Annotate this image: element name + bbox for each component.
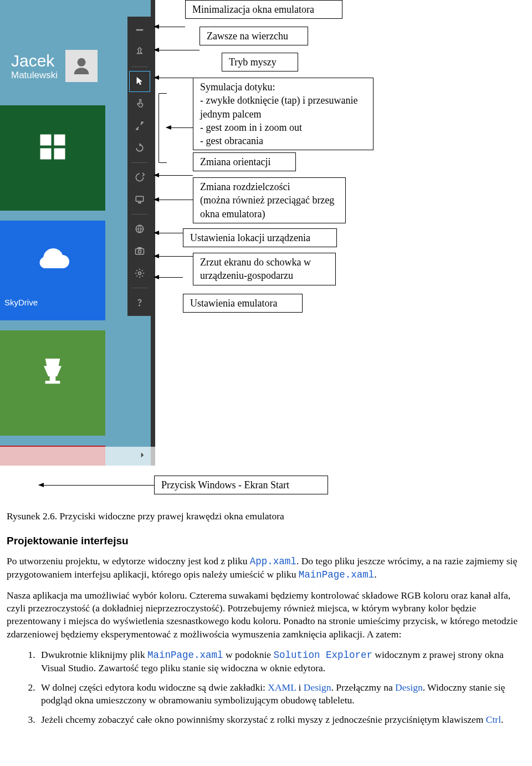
code-app-xaml: App.xaml	[250, 556, 296, 567]
resolution-button[interactable]	[130, 190, 150, 210]
arrow	[154, 50, 200, 50]
callout-winkey: Przycisk Windows - Ekran Start	[154, 476, 328, 494]
callout-screenshot: Zrzut ekranu do schowka w urządzeniu-gos…	[193, 253, 336, 285]
tile-store[interactable]	[0, 105, 105, 211]
tile-games[interactable]	[0, 330, 105, 436]
arrow	[154, 256, 193, 257]
tap-gesture-button[interactable]	[130, 94, 150, 114]
orientation-button[interactable]	[130, 167, 150, 187]
user-block: Jacek Matulewski	[11, 50, 122, 82]
arrow	[154, 27, 185, 27]
text: Dwukrotnie kliknijmy plik	[41, 649, 147, 660]
solution-explorer: Solution Explorer	[273, 650, 372, 661]
paragraph-1: Po utworzeniu projektu, w edytorze widoc…	[7, 555, 525, 581]
avatar	[65, 50, 98, 82]
mouse-mode-button[interactable]	[130, 72, 150, 91]
svg-rect-3	[139, 202, 141, 203]
callout-minimize: Minimalizacja okna emulatora	[185, 0, 342, 19]
section-heading: Projektowanie interfejsu	[7, 535, 525, 547]
rotate-gesture-button[interactable]	[130, 138, 150, 158]
minimize-button[interactable]	[130, 20, 150, 40]
username: Jacek Matulewski	[11, 53, 58, 80]
key-ctrl: Ctrl	[486, 714, 501, 725]
code-mainpage-xaml: MainPage.xaml	[299, 569, 375, 580]
arrow	[154, 277, 183, 278]
callout-settings: Ustawienia emulatora	[183, 294, 303, 313]
step-3: Jeżeli chcemy zobaczyć całe okno powinni…	[38, 713, 525, 726]
tab-design-2: Design	[395, 682, 423, 693]
callout-mouse: Tryb myszy	[222, 53, 298, 72]
svg-rect-2	[136, 196, 143, 201]
text: W dolnej części edytora kodu widoczne są…	[41, 682, 268, 693]
callout-winkey-wrap: Przycisk Windows - Ekran Start	[39, 476, 328, 494]
svg-rect-5	[136, 249, 144, 254]
text: i	[296, 682, 304, 693]
callout-loc: Ustawienia lokacji urządzenia	[183, 228, 337, 247]
text: .	[374, 569, 376, 580]
steps-list: Dwukrotnie kliknijmy plik MainPage.xaml …	[38, 648, 525, 726]
text: . Przełączmy na	[331, 682, 395, 693]
help-button[interactable]	[130, 293, 150, 313]
step-2: W dolnej części edytora kodu widoczne są…	[38, 681, 525, 707]
svg-point-6	[138, 250, 141, 253]
emulator-footer	[0, 447, 155, 466]
tile-skydrive[interactable]: SkyDrive	[0, 221, 105, 320]
arrow	[39, 485, 154, 486]
arrow	[154, 200, 193, 200]
emulator-toolbar	[127, 17, 152, 316]
svg-rect-7	[138, 247, 142, 249]
tiles: SkyDrive	[0, 105, 105, 466]
paragraph-2: Nasza aplikacja ma umożliwiać wybór kolo…	[7, 589, 525, 640]
callout-topmost: Zawsze na wierzchu	[200, 27, 308, 45]
content: Rysunek 2.6. Przyciski widoczne przy pra…	[0, 510, 532, 749]
svg-point-8	[139, 272, 141, 275]
text: w podoknie	[223, 649, 274, 660]
user-first: Jacek	[11, 52, 54, 70]
text: .	[501, 714, 503, 725]
arrow	[154, 233, 183, 233]
figure-caption: Rysunek 2.6. Przyciski widoczne przy pra…	[7, 510, 525, 523]
tile-label: SkyDrive	[0, 295, 105, 310]
tab-design: Design	[304, 682, 331, 693]
chevron-right-icon	[137, 450, 147, 463]
arrow	[166, 127, 193, 128]
pin-button[interactable]	[130, 42, 150, 62]
location-button[interactable]	[130, 219, 150, 239]
callout-orient: Zmiana orientacji	[193, 152, 296, 171]
emulator-figure: Jacek Matulewski SkyDrive	[0, 0, 532, 499]
text: Po utworzeniu projektu, w edytorze widoc…	[7, 555, 250, 566]
svg-point-9	[139, 305, 140, 306]
tab-xaml: XAML	[268, 682, 296, 693]
callout-touch: Symulacja dotyku: - zwykłe dotknięcie (t…	[193, 78, 374, 150]
step-1: Dwukrotnie kliknijmy plik MainPage.xaml …	[38, 648, 525, 675]
callout-res: Zmiana rozdzielczości (można również prz…	[193, 177, 346, 223]
user-last: Matulewski	[11, 70, 58, 80]
screenshot-button[interactable]	[130, 241, 150, 261]
svg-point-0	[78, 58, 86, 67]
zoom-gesture-button[interactable]	[130, 116, 150, 136]
svg-rect-1	[136, 29, 143, 30]
text: Jeżeli chcemy zobaczyć całe okno powinni…	[41, 714, 486, 725]
code-mainpage: MainPage.xaml	[147, 650, 223, 661]
arrow	[154, 175, 193, 176]
settings-button[interactable]	[130, 263, 150, 283]
